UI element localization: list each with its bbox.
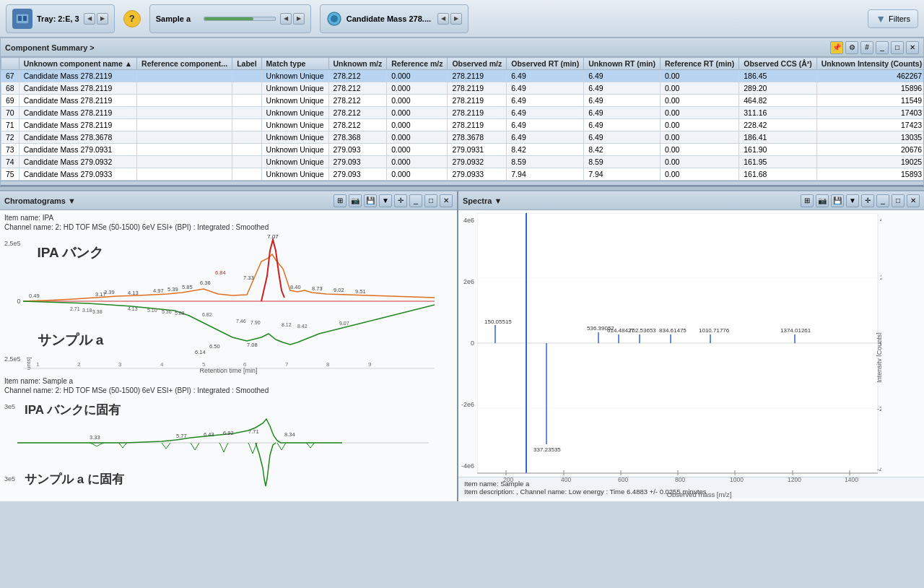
candidate-section: Candidate Mass 278.... ◀ ▶ (320, 4, 468, 33)
spectra-move[interactable]: ✛ (861, 194, 874, 207)
chrom-maximize[interactable]: □ (424, 194, 437, 207)
spectra-close[interactable]: ✕ (907, 194, 920, 207)
cell-label (232, 70, 261, 82)
col-obs-ccs[interactable]: Observed CCS (Å²) (739, 58, 817, 70)
channel-name-ipa: Channel name: 2: HD TOF MSe (50-1500) 6e… (4, 223, 453, 231)
cell-match: Unknown Unique (261, 131, 328, 144)
svg-text:4.97: 4.97 (153, 287, 164, 294)
col-unknown-name[interactable]: Unknown component name ▲ (19, 58, 136, 70)
cell-obs-mz: 278.2119 (448, 107, 507, 119)
spectra-maximize[interactable]: □ (892, 194, 905, 207)
col-ref-mz[interactable]: Reference m/z (387, 58, 448, 70)
sample-next-btn[interactable]: ▶ (293, 13, 305, 25)
col-ref-component[interactable]: Reference component... (137, 58, 232, 70)
table-row[interactable]: 74 Candidate Mass 279.0932 Unknown Uniqu… (1, 156, 924, 168)
col-unknown-mz[interactable]: Unknown m/z (328, 58, 387, 70)
col-obs-rt[interactable]: Observed RT (min) (507, 58, 584, 70)
cell-label (232, 107, 261, 119)
cell-name: Candidate Mass 278.2119 (19, 70, 136, 82)
minimize-icon-btn[interactable]: _ (876, 41, 889, 54)
chrom-icon1[interactable]: ⊞ (334, 194, 346, 207)
cell-name: Candidate Mass 278.3678 (19, 131, 136, 144)
chromatogram-title[interactable]: Chromatograms ▼ (4, 196, 76, 205)
spectra-icon3[interactable]: 💾 (831, 194, 844, 207)
svg-text:8.42: 8.42 (297, 324, 308, 329)
col-label[interactable]: Label (232, 58, 261, 70)
bottom-section: Chromatograms ▼ ⊞ 📷 💾 ▼ ✛ _ □ ✕ Item nam… (0, 191, 924, 501)
ipa-chart-container: 2.5e5 0 2.5e5 IPA バンク サンプル a BPI [Counts… (4, 233, 453, 371)
svg-text:337.23535: 337.23535 (533, 446, 561, 453)
table-row[interactable]: 68 Candidate Mass 278.2119 Unknown Uniqu… (1, 82, 924, 95)
tray-prev-btn[interactable]: ◀ (84, 13, 95, 25)
svg-text:9.07: 9.07 (339, 321, 349, 326)
table-row[interactable]: 70 Candidate Mass 278.2119 Unknown Uniqu… (1, 107, 924, 119)
maximize-icon-btn[interactable]: □ (891, 41, 904, 54)
tray-next-btn[interactable]: ▶ (97, 13, 108, 25)
table-row[interactable]: 71 Candidate Mass 278.2119 Unknown Uniqu… (1, 119, 924, 131)
svg-text:834.61475: 834.61475 (659, 327, 687, 334)
spectra-x-label: Observed mass [m/z] (477, 490, 921, 498)
cell-intensity: 15893 (816, 168, 923, 181)
svg-text:6.92: 6.92 (223, 430, 234, 436)
component-summary-title[interactable]: Component Summary > (5, 43, 95, 52)
col-match-type[interactable]: Match type (261, 58, 328, 70)
horizontal-scrollbar[interactable] (1, 181, 923, 185)
cell-obs-mz: 279.0931 (448, 144, 507, 156)
cell-obs-mz: 278.2119 (448, 70, 507, 82)
close-icon-btn[interactable]: ✕ (906, 41, 919, 54)
cell-name: Candidate Mass 278.2119 (19, 95, 136, 107)
svg-text:1200: 1200 (788, 476, 801, 483)
col-intensity[interactable]: Unknown Intensity (Counts) (816, 58, 923, 70)
table-row[interactable]: 75 Candidate Mass 279.0933 Unknown Uniqu… (1, 168, 924, 181)
settings-icon-btn[interactable]: ⚙ (845, 41, 858, 54)
cell-ref-rt: 0.00 (660, 95, 738, 107)
chrom-icon2[interactable]: 📷 (349, 194, 362, 207)
cell-intensity: 11549 (816, 95, 923, 107)
table-row[interactable]: 69 Candidate Mass 278.2119 Unknown Uniqu… (1, 95, 924, 107)
svg-text:5: 5 (202, 361, 206, 368)
svg-text:1374.01261: 1374.01261 (780, 327, 811, 334)
hash-icon-btn[interactable]: # (860, 41, 873, 54)
chrom-dropdown[interactable]: ▼ (379, 194, 392, 207)
svg-text:600: 600 (618, 476, 628, 483)
top-toolbar: Tray: 2:E, 3 ◀ ▶ ? Sample a ◀ ▶ Candidat… (0, 0, 924, 38)
cell-ref-mz: 0.000 (387, 82, 448, 95)
sample-a-label: サンプル a (38, 331, 104, 350)
svg-text:6.82: 6.82 (202, 312, 212, 317)
spectra-title[interactable]: Spectra ▼ (463, 196, 502, 205)
cell-unk-mz: 278.212 (328, 95, 387, 107)
spectra-dropdown[interactable]: ▼ (846, 194, 859, 207)
svg-text:6.43: 6.43 (204, 431, 214, 438)
spectra-chart-area: 150.05515 337.23535 536.39052 614.48427 … (477, 213, 921, 474)
pin-icon-btn[interactable]: 📌 (830, 41, 843, 54)
col-obs-mz[interactable]: Observed m/z (448, 58, 507, 70)
cell-ref (137, 70, 232, 82)
cell-obs-mz: 278.2119 (448, 119, 507, 131)
candidate-next-btn[interactable]: ▶ (450, 13, 462, 25)
spectra-minimize[interactable]: _ (876, 194, 889, 207)
cell-obs-rt: 8.59 (507, 156, 584, 168)
y-axis-labels-sample: 3e5 3e5 (4, 396, 15, 490)
component-table-wrapper[interactable]: Unknown component name ▲ Reference compo… (1, 57, 923, 181)
chrom-icon3[interactable]: 💾 (364, 194, 377, 207)
filters-button[interactable]: ▼ Filters (868, 9, 918, 28)
svg-text:8.12: 8.12 (282, 322, 292, 327)
chrom-close[interactable]: ✕ (440, 194, 453, 207)
sample-prev-btn[interactable]: ◀ (280, 13, 292, 25)
cell-unk-rt: 8.59 (584, 156, 661, 168)
col-ref-rt[interactable]: Reference RT (min) (660, 58, 738, 70)
svg-text:8: 8 (326, 361, 330, 368)
cell-name: Candidate Mass 278.2119 (19, 119, 136, 131)
table-row[interactable]: 67 Candidate Mass 278.2119 Unknown Uniqu… (1, 70, 924, 82)
spectra-icon2[interactable]: 📷 (816, 194, 829, 207)
chrom-move[interactable]: ✛ (394, 194, 407, 207)
component-table: Unknown component name ▲ Reference compo… (1, 57, 923, 181)
chrom-minimize[interactable]: _ (409, 194, 422, 207)
table-row[interactable]: 73 Candidate Mass 279.0931 Unknown Uniqu… (1, 144, 924, 156)
spectra-icon1[interactable]: ⊞ (801, 194, 814, 207)
table-row[interactable]: 72 Candidate Mass 278.3678 Unknown Uniqu… (1, 131, 924, 144)
svg-text:2.71: 2.71 (70, 306, 80, 311)
col-unk-rt[interactable]: Unknown RT (min) (584, 58, 661, 70)
candidate-prev-btn[interactable]: ◀ (437, 13, 449, 25)
svg-text:7.46: 7.46 (236, 319, 246, 324)
